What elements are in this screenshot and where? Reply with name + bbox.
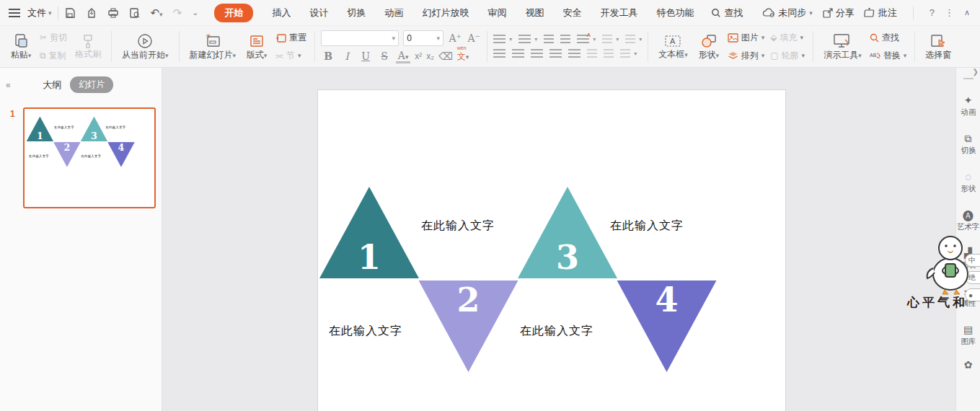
replace-button[interactable]: AB 替换▾ <box>870 50 907 62</box>
triangle-shape-4[interactable]: 4 <box>617 280 717 372</box>
textbox-button[interactable]: A 文本框▾ <box>653 30 693 64</box>
decrease-indent-icon[interactable] <box>544 35 554 44</box>
tab-review[interactable]: 审阅 <box>487 6 506 19</box>
font-size-select[interactable]: 0▾ <box>403 30 443 46</box>
placeholder-text-4[interactable]: 在此输入文字 <box>520 324 593 339</box>
tab-outline[interactable]: 大纲 <box>43 79 61 92</box>
picture-button[interactable]: 图片▾ <box>728 32 765 44</box>
text-direction-icon[interactable] <box>577 35 589 44</box>
new-slide-button[interactable]: ✳ 新建幻灯片▾ <box>185 29 242 65</box>
save-icon[interactable] <box>64 7 76 19</box>
sidebar-item-形状[interactable]: ◌形状 <box>956 172 980 194</box>
more-options-icon[interactable]: ⋮ <box>945 7 954 18</box>
plugin-button[interactable]: ✿ <box>956 360 980 370</box>
line-spacing-icon[interactable] <box>620 49 630 58</box>
hamburger-menu-icon[interactable] <box>9 9 20 17</box>
tab-features[interactable]: 特色功能 <box>656 6 694 19</box>
triangle-number: 3 <box>556 241 579 274</box>
placeholder-text-3[interactable]: 在此输入文字 <box>610 218 684 234</box>
plugin-leaf-icon: ✿ <box>964 360 973 370</box>
help-icon[interactable]: ? <box>930 7 935 18</box>
customize-toolbar-icon[interactable]: ⌄ <box>192 8 198 17</box>
font-name-select[interactable]: ▾ <box>321 30 399 46</box>
share-button[interactable]: 分享 <box>823 6 855 19</box>
triangle-shape-1[interactable]: 1 <box>319 187 419 278</box>
undo-icon[interactable]: ↶▾ <box>151 6 163 19</box>
decrease-font-icon[interactable]: A⁻ <box>467 32 481 44</box>
print-preview-icon[interactable] <box>129 7 141 19</box>
justify-icon[interactable] <box>549 49 562 58</box>
tab-home[interactable]: 开始 <box>214 4 253 22</box>
strikethrough-button[interactable]: S <box>377 50 392 62</box>
triangle-shape-2[interactable]: 2 <box>419 280 518 372</box>
comment-button[interactable]: 批注 <box>865 6 897 19</box>
placeholder-text-2[interactable]: 在此输入文字 <box>329 324 402 339</box>
shapes-button[interactable]: 形状▾ <box>693 29 725 65</box>
tab-slides[interactable]: 幻灯片 <box>70 76 113 93</box>
tab-insert[interactable]: 插入 <box>272 6 291 19</box>
tab-transition[interactable]: 切换 <box>347 6 366 19</box>
bullet-list-icon[interactable] <box>493 35 506 44</box>
sidebar-item-艺术字[interactable]: 🅐艺术字 <box>956 210 980 232</box>
toolbar-overflow-icon[interactable]: ❯ <box>973 68 979 76</box>
play-icon <box>137 33 153 49</box>
sidebar-item-切换[interactable]: ⧉切换 <box>956 133 980 156</box>
sticker-calligraphy-text: 心平气和 <box>907 294 968 311</box>
align-left-icon[interactable] <box>493 49 506 58</box>
numbered-list-icon[interactable] <box>518 35 531 44</box>
tab-view[interactable]: 视图 <box>525 6 544 19</box>
shapes-icon: ◌ <box>965 172 971 182</box>
tab-slideshow[interactable]: 幻灯片放映 <box>422 6 469 19</box>
play-from-current-button[interactable]: 从当前开始▾ <box>117 29 174 65</box>
tab-security[interactable]: 安全 <box>562 6 581 19</box>
placeholder-text-1[interactable]: 在此输入文字 <box>421 218 495 234</box>
bold-button[interactable]: B <box>321 50 335 62</box>
align-right-icon[interactable] <box>531 49 543 58</box>
increase-indent-icon[interactable] <box>560 35 570 44</box>
underline-button[interactable]: U <box>358 50 373 62</box>
paste-button[interactable]: 粘贴▾ <box>5 29 37 65</box>
sync-status[interactable]: 未同步▾ <box>763 6 813 19</box>
search-box[interactable]: 查找 <box>711 6 743 19</box>
selection-pane-button[interactable]: 选择窗 <box>920 29 956 65</box>
star-animation-icon: ✦ <box>964 95 973 105</box>
sidebar-handle[interactable] <box>963 78 974 79</box>
distribute-icon[interactable] <box>568 49 581 58</box>
slide-thumbnail[interactable]: 1在此输入文字2在此输入文字3在此输入文字4在此输入文字 <box>23 107 156 208</box>
clear-format-icon[interactable]: ⌫ <box>438 50 453 62</box>
superscript-button[interactable]: x² <box>415 51 422 61</box>
font-color-button[interactable]: A▾ <box>396 50 410 63</box>
file-menu[interactable]: 文件▾ <box>27 6 52 19</box>
align-text-icon[interactable] <box>602 35 612 44</box>
line-spacing-increase-icon[interactable] <box>587 49 597 58</box>
sidebar-item-动画[interactable]: ✦动画 <box>956 95 980 118</box>
export-icon[interactable] <box>86 7 97 19</box>
layout-button[interactable]: 版式▾ <box>241 29 273 65</box>
section-button: ⫘节▾ <box>275 50 306 62</box>
sidebar-item-label: 图库 <box>961 336 976 346</box>
phonetic-guide-button[interactable]: 文▾ <box>457 50 469 63</box>
tab-animation[interactable]: 动画 <box>384 6 403 19</box>
slide-editing-surface[interactable]: 1在此输入文字2在此输入文字3在此输入文字4在此输入文字 <box>317 89 786 411</box>
triangle-shape-3[interactable]: 3 <box>518 187 617 278</box>
print-icon[interactable] <box>107 7 119 19</box>
align-center-icon[interactable] <box>512 49 524 58</box>
new-slide-icon: ✳ <box>204 33 221 49</box>
italic-button[interactable]: I <box>340 50 354 62</box>
collapse-ribbon-icon[interactable]: ∧ <box>964 8 970 17</box>
vertical-text-icon[interactable] <box>625 35 635 44</box>
increase-font-icon[interactable]: A⁺ <box>448 32 462 44</box>
presentation-tools-button[interactable]: 演示工具▾ <box>818 29 867 65</box>
slide-canvas-area: 1在此输入文字2在此输入文字3在此输入文字4在此输入文字 <box>163 68 955 411</box>
redo-icon: ↷ <box>173 6 182 19</box>
line-spacing-decrease-icon[interactable] <box>604 49 614 58</box>
cloud-icon <box>763 8 775 17</box>
sidebar-item-图库[interactable]: ▤图库 <box>956 324 980 347</box>
tab-design[interactable]: 设计 <box>309 6 328 19</box>
tab-devtools[interactable]: 开发工具 <box>600 6 637 19</box>
find-button[interactable]: 查找 <box>870 32 907 44</box>
arrange-button[interactable]: 排列▾ <box>728 50 765 62</box>
subscript-button[interactable]: x₂ <box>426 51 434 61</box>
picture-icon <box>728 33 738 43</box>
reset-button[interactable]: 重置 <box>275 32 306 44</box>
